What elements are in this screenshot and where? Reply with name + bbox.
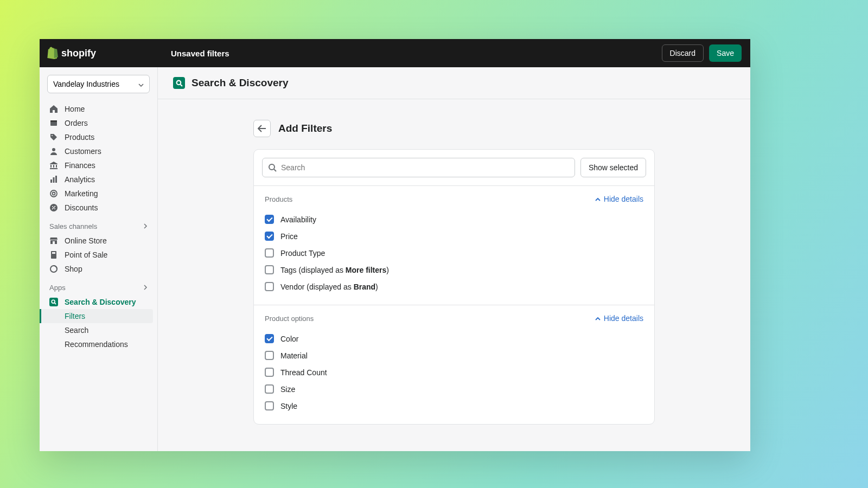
filter-checkbox-row[interactable]: Vendor (displayed as Brand) <box>265 278 643 295</box>
hide-details-link[interactable]: Hide details <box>595 314 643 323</box>
filter-checkbox-row[interactable]: Size <box>265 381 643 397</box>
filter-checkbox-row[interactable]: Material <box>265 347 643 364</box>
nav-marketing[interactable]: Marketing <box>44 187 153 201</box>
shopify-logo: shopify <box>47 47 96 60</box>
discard-button[interactable]: Discard <box>662 44 704 62</box>
checkbox[interactable] <box>265 215 274 224</box>
group-head: ProductsHide details <box>265 195 643 203</box>
nav-label: Online Store <box>65 236 107 245</box>
topbar-actions: Discard Save <box>662 44 742 62</box>
shop-icon <box>49 265 58 273</box>
page-body: Add Filters Show selected ProductsHide d… <box>242 120 666 425</box>
search-input[interactable] <box>281 163 569 172</box>
nav-home[interactable]: Home <box>44 102 153 116</box>
checkbox[interactable] <box>265 401 274 410</box>
filter-checkbox-row[interactable]: Thread Count <box>265 364 643 381</box>
nav-pos[interactable]: Point of Sale <box>44 248 153 262</box>
nav-label: Products <box>65 133 94 142</box>
nav-orders[interactable]: Orders <box>44 116 153 130</box>
storefront-icon <box>49 236 58 245</box>
filter-checkbox-row[interactable]: Price <box>265 228 643 245</box>
nav-discounts[interactable]: Discounts <box>44 201 153 215</box>
filters-card: Show selected ProductsHide detailsAvaila… <box>253 149 655 425</box>
nav-filters[interactable]: Filters <box>40 309 153 323</box>
home-icon <box>49 105 58 113</box>
hide-details-link[interactable]: Hide details <box>595 195 643 203</box>
svg-point-12 <box>53 192 55 195</box>
group-title: Products <box>265 195 292 203</box>
checkbox[interactable] <box>265 232 274 241</box>
checkbox[interactable] <box>265 351 274 360</box>
main: Vandelay Industries Home Orders Products… <box>40 67 750 451</box>
nav-label: Orders <box>65 119 88 127</box>
filter-label: Color <box>280 335 298 343</box>
hide-details-label: Hide details <box>604 195 643 203</box>
nav-finances[interactable]: Finances <box>44 158 153 172</box>
nav-label: Point of Sale <box>65 251 107 259</box>
group-head: Product optionsHide details <box>265 314 643 323</box>
nav-shop[interactable]: Shop <box>44 262 153 276</box>
svg-point-21 <box>176 80 181 85</box>
svg-rect-5 <box>53 165 54 168</box>
chevron-up-icon <box>595 197 601 201</box>
nav-label: Home <box>65 105 85 113</box>
brand-name: shopify <box>61 48 96 59</box>
filter-label: Tags (displayed as More filters) <box>280 266 389 274</box>
add-filters-heading: Add Filters <box>278 123 332 134</box>
section-label: Sales channels <box>49 222 97 230</box>
target-icon <box>49 189 58 198</box>
search-input-wrapper[interactable] <box>262 158 575 177</box>
filter-group: ProductsHide detailsAvailabilityPricePro… <box>254 186 654 305</box>
checkbox[interactable] <box>265 265 274 274</box>
filter-checkbox-row[interactable]: Color <box>265 330 643 347</box>
back-button[interactable] <box>253 120 271 137</box>
nav-label: Recommendations <box>65 340 128 349</box>
nav-label: Discounts <box>65 203 98 212</box>
sales-channels-section: Sales channels <box>44 215 153 234</box>
content: Search & Discovery Add Filters Sh <box>158 67 750 451</box>
chevron-right-icon[interactable] <box>143 222 148 230</box>
nav-products[interactable]: Products <box>44 130 153 144</box>
svg-point-3 <box>52 148 55 151</box>
nav-label: Shop <box>65 265 82 273</box>
filter-checkbox-row[interactable]: Style <box>265 397 643 414</box>
filter-label: Thread Count <box>280 368 327 377</box>
nav-recommendations[interactable]: Recommendations <box>44 337 153 351</box>
filter-checkbox-row[interactable]: Tags (displayed as More filters) <box>265 261 643 278</box>
checkbox[interactable] <box>265 334 274 343</box>
checkbox[interactable] <box>265 282 274 291</box>
svg-point-2 <box>52 135 53 136</box>
nav-analytics[interactable]: Analytics <box>44 172 153 187</box>
nav-label: Finances <box>65 161 95 170</box>
nav-customers[interactable]: Customers <box>44 144 153 158</box>
bank-icon <box>49 161 58 170</box>
nav-online-store[interactable]: Online Store <box>44 234 153 248</box>
svg-rect-18 <box>52 252 55 254</box>
checkbox[interactable] <box>265 384 274 394</box>
nav-label: Marketing <box>65 189 98 198</box>
svg-rect-9 <box>53 177 55 183</box>
nav-label: Search <box>65 326 88 335</box>
nav-search-discovery[interactable]: Search & Discovery <box>44 295 153 309</box>
checkbox[interactable] <box>265 368 274 377</box>
filter-label: Size <box>280 385 295 394</box>
save-button[interactable]: Save <box>709 44 742 62</box>
tag-icon <box>49 133 58 142</box>
chevron-up-icon <box>595 317 601 320</box>
show-selected-button[interactable]: Show selected <box>580 158 646 177</box>
checkbox[interactable] <box>265 248 274 258</box>
nav-search[interactable]: Search <box>44 323 153 337</box>
body-heading: Add Filters <box>253 120 655 137</box>
filter-checkbox-row[interactable]: Availability <box>265 211 643 228</box>
page-header: Search & Discovery <box>158 67 750 99</box>
filter-label: Price <box>280 232 298 241</box>
chevron-right-icon[interactable] <box>143 284 148 292</box>
person-icon <box>49 147 58 156</box>
svg-rect-1 <box>50 120 57 122</box>
filter-checkbox-row[interactable]: Product Type <box>265 245 643 261</box>
filter-groups: ProductsHide detailsAvailabilityPricePro… <box>254 186 654 424</box>
store-selector[interactable]: Vandelay Industries <box>47 75 150 93</box>
svg-point-15 <box>54 208 55 209</box>
apps-section: Apps <box>44 276 153 295</box>
svg-rect-6 <box>56 165 57 168</box>
